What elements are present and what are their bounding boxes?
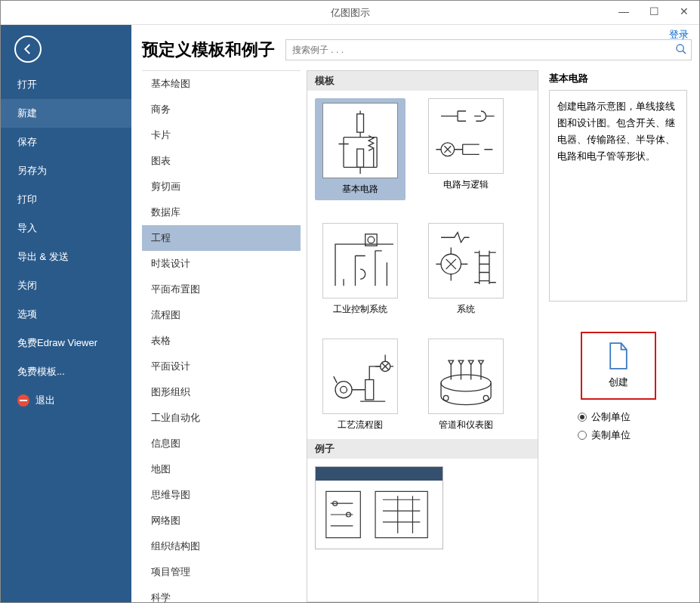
svg-point-13 <box>483 395 489 400</box>
category-item[interactable]: 科学 <box>142 585 301 602</box>
template-item[interactable]: 工艺流程图 <box>315 339 406 431</box>
svg-point-0 <box>677 45 683 51</box>
template-label: 系统 <box>421 303 511 316</box>
examples-section-header: 例子 <box>307 439 538 459</box>
radio-icon <box>578 431 587 440</box>
nav-item-label: 导入 <box>17 221 37 235</box>
nav-item-11[interactable]: 退出 <box>1 386 131 415</box>
svg-point-7 <box>335 382 352 398</box>
nav-item-label: 关闭 <box>17 279 37 292</box>
nav-item-8[interactable]: 选项 <box>1 300 131 329</box>
template-item[interactable]: 管道和仪表图 <box>421 339 511 431</box>
search-input[interactable] <box>285 39 692 60</box>
template-thumb <box>428 339 504 414</box>
minimize-button[interactable]: — <box>609 1 639 22</box>
nav-item-label: 打印 <box>17 193 37 206</box>
unit-radio[interactable]: 公制单位 <box>578 410 687 424</box>
create-label: 创建 <box>609 376 628 389</box>
nav-item-label: 打开 <box>17 78 37 91</box>
right-panel: 基本电路 创建电路示意图，单线接线图和设计图。包含开关、继电器、传输路径、半导体… <box>544 70 692 602</box>
example-thumbnail[interactable] <box>315 466 443 549</box>
template-label: 电路与逻辑 <box>421 178 511 191</box>
svg-rect-2 <box>357 149 364 167</box>
svg-point-11 <box>441 375 491 391</box>
close-button[interactable]: ✕ <box>669 1 699 22</box>
category-item[interactable]: 表格 <box>142 328 301 354</box>
nav-item-5[interactable]: 导入 <box>1 214 131 243</box>
template-thumb <box>322 223 398 298</box>
category-item[interactable]: 地图 <box>142 456 301 482</box>
category-item[interactable]: 流程图 <box>142 302 301 328</box>
nav-item-label: 保存 <box>17 135 37 149</box>
unit-radio[interactable]: 美制单位 <box>578 428 687 442</box>
template-thumb <box>322 339 398 414</box>
nav-item-0[interactable]: 打开 <box>1 70 131 99</box>
radio-label: 美制单位 <box>591 428 631 442</box>
nav-item-label: 选项 <box>17 308 37 321</box>
nav-item-label: 导出 & 发送 <box>17 250 69 264</box>
template-item[interactable]: 基本电路 <box>315 98 406 200</box>
svg-point-8 <box>341 386 347 393</box>
nav-item-10[interactable]: 免费模板... <box>1 357 131 386</box>
nav-item-1[interactable]: 新建 <box>1 99 131 128</box>
radio-label: 公制单位 <box>591 410 631 424</box>
nav-item-label: 免费Edraw Viewer <box>17 336 97 350</box>
category-item[interactable]: 网络图 <box>142 508 301 533</box>
app-title: 亿图图示 <box>331 6 370 20</box>
category-item[interactable]: 平面设计 <box>142 354 301 379</box>
back-button[interactable] <box>14 36 42 63</box>
category-item[interactable]: 组织结构图 <box>142 533 301 559</box>
maximize-button[interactable]: ☐ <box>639 1 669 22</box>
radio-icon <box>578 413 587 422</box>
category-item[interactable]: 图形组织 <box>142 379 301 405</box>
template-label: 工艺流程图 <box>315 419 406 431</box>
search-icon[interactable] <box>675 43 687 58</box>
exit-icon <box>17 394 29 407</box>
nav-item-label: 免费模板... <box>17 365 65 379</box>
templates-section-header: 模板 <box>307 71 538 91</box>
category-item[interactable]: 项目管理 <box>142 559 301 585</box>
create-button[interactable]: 创建 <box>581 332 656 400</box>
nav-item-4[interactable]: 打印 <box>1 185 131 214</box>
category-item[interactable]: 信息图 <box>142 431 301 456</box>
nav-item-9[interactable]: 免费Edraw Viewer <box>1 329 131 357</box>
category-item[interactable]: 工业自动化 <box>142 405 301 431</box>
svg-point-12 <box>443 395 449 400</box>
template-thumb <box>428 223 504 298</box>
category-item[interactable]: 商务 <box>142 97 301 122</box>
template-label: 管道和仪表图 <box>421 419 511 431</box>
nav-item-label: 退出 <box>35 394 55 407</box>
category-item[interactable]: 卡片 <box>142 122 301 148</box>
svg-rect-1 <box>357 114 364 132</box>
svg-rect-15 <box>375 491 427 537</box>
nav-item-3[interactable]: 另存为 <box>1 156 131 185</box>
right-panel-title: 基本电路 <box>549 70 687 85</box>
category-item[interactable]: 工程 <box>142 225 301 251</box>
template-thumb <box>428 98 504 174</box>
category-item[interactable]: 平面布置图 <box>142 277 301 302</box>
window-controls: — ☐ ✕ <box>609 1 699 22</box>
template-description: 创建电路示意图，单线接线图和设计图。包含开关、继电器、传输路径、半导体、电路和电… <box>549 90 687 302</box>
template-item[interactable]: 工业控制系统 <box>315 223 406 316</box>
category-item[interactable]: 基本绘图 <box>142 71 301 97</box>
nav-item-7[interactable]: 关闭 <box>1 271 131 300</box>
page-heading: 预定义模板和例子 <box>142 39 275 61</box>
template-item[interactable]: 系统 <box>421 223 511 316</box>
category-item[interactable]: 时装设计 <box>142 251 301 277</box>
template-area: 模板 基本电路电路与逻辑工业控制系统系统工艺流程图管道和仪表图 例子 <box>307 70 538 602</box>
sidebar: 打开新建保存另存为打印导入导出 & 发送关闭选项免费Edraw Viewer免费… <box>1 25 131 602</box>
svg-rect-9 <box>365 379 374 399</box>
title-bar: 亿图图示 — ☐ ✕ <box>1 1 699 25</box>
nav-item-label: 另存为 <box>17 164 47 178</box>
template-thumb <box>322 103 398 178</box>
category-item[interactable]: 剪切画 <box>142 174 301 199</box>
category-item[interactable]: 数据库 <box>142 199 301 225</box>
svg-point-5 <box>368 237 375 243</box>
arrow-left-icon <box>21 42 35 56</box>
nav-item-2[interactable]: 保存 <box>1 128 131 156</box>
template-item[interactable]: 电路与逻辑 <box>421 98 511 200</box>
category-item[interactable]: 图表 <box>142 148 301 174</box>
category-item[interactable]: 思维导图 <box>142 482 301 508</box>
template-label: 工业控制系统 <box>315 303 406 316</box>
nav-item-6[interactable]: 导出 & 发送 <box>1 243 131 271</box>
